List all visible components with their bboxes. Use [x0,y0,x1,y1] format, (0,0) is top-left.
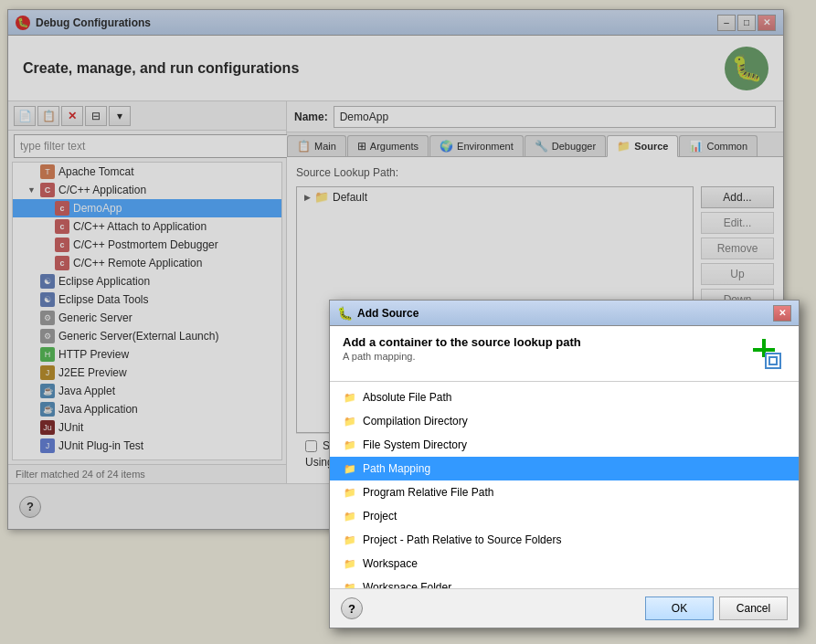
workspace-icon: 📁 [343,556,357,571]
source-option-label: Path Mapping [363,462,430,475]
ok-button[interactable]: OK [645,596,714,620]
add-source-header-title: Add a container to the source lookup pat… [343,335,581,349]
add-source-header: Add a container to the source lookup pat… [330,326,799,382]
add-source-dialog: 🐛 Add Source ✕ Add a container to the so… [329,300,800,628]
program-relative-icon: 📁 [343,485,357,500]
project-relative-icon: 📁 [343,533,357,547]
path-mapping-icon: 📁 [343,461,357,476]
source-option-absolute-file-path[interactable]: 📁 Absolute File Path [330,385,799,409]
source-option-workspace-folder[interactable]: 📁 Workspace Folder [330,575,799,588]
add-source-header-subtitle: A path mapping. [343,351,581,362]
source-option-label: Program Relative File Path [363,486,493,499]
svg-rect-3 [769,357,777,364]
compilation-dir-icon: 📁 [343,414,357,428]
add-source-footer: ? OK Cancel [330,588,799,628]
source-option-label: File System Directory [363,438,467,451]
add-source-options-list: 📁 Absolute File Path 📁 Compilation Direc… [330,382,799,588]
source-option-program-relative[interactable]: 📁 Program Relative File Path [330,480,799,504]
svg-rect-2 [766,354,780,368]
absolute-file-path-icon: 📁 [343,390,357,405]
source-option-label: Workspace [363,557,418,570]
source-option-project[interactable]: 📁 Project [330,504,799,528]
add-source-action-buttons: OK Cancel [645,596,788,620]
project-icon: 📁 [343,509,357,523]
source-option-file-system-directory[interactable]: 📁 File System Directory [330,433,799,457]
source-option-path-mapping[interactable]: 📁 Path Mapping [330,457,799,480]
source-option-compilation-directory[interactable]: 📁 Compilation Directory [330,409,799,433]
cancel-button[interactable]: Cancel [719,596,788,620]
source-option-label: Compilation Directory [363,415,468,428]
source-option-label: Project [363,510,397,523]
add-source-title: Add Source [357,307,773,320]
workspace-folder-icon: 📁 [343,580,357,588]
file-system-dir-icon: 📁 [343,438,357,452]
add-source-header-icon [742,335,786,372]
source-option-label: Absolute File Path [363,391,451,404]
source-option-workspace[interactable]: 📁 Workspace [330,552,799,575]
add-source-header-text: Add a container to the source lookup pat… [343,335,581,362]
add-source-title-bar: 🐛 Add Source ✕ [330,301,799,326]
add-source-dialog-icon: 🐛 [337,306,352,321]
source-option-label: Project - Path Relative to Source Folder… [363,533,561,546]
svg-rect-1 [753,348,775,352]
source-option-label: Workspace Folder [363,581,451,588]
source-option-project-relative[interactable]: 📁 Project - Path Relative to Source Fold… [330,528,799,552]
add-source-close-button[interactable]: ✕ [773,305,791,322]
add-source-help-button[interactable]: ? [341,597,363,619]
